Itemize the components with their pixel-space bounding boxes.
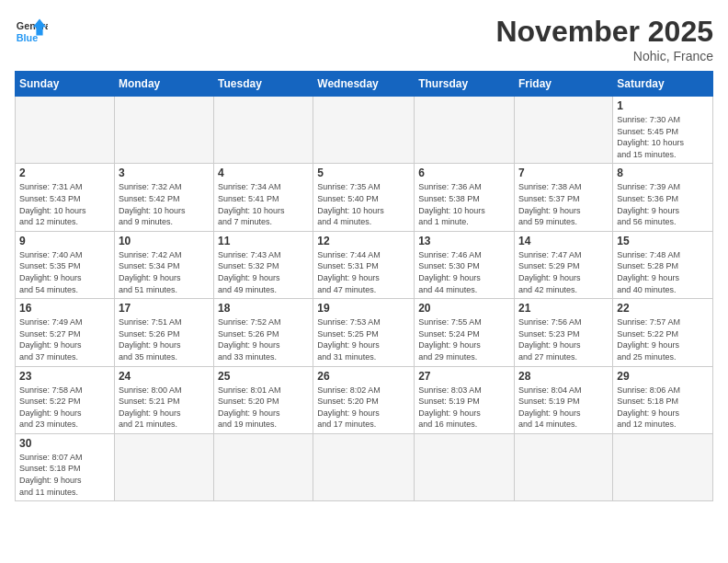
day-number: 7	[518, 167, 609, 179]
calendar-cell	[214, 97, 313, 164]
day-info: Sunrise: 7:42 AM Sunset: 5:34 PM Dayligh…	[119, 249, 210, 295]
calendar-cell: 5Sunrise: 7:35 AM Sunset: 5:40 PM Daylig…	[313, 164, 415, 231]
day-number: 4	[218, 167, 309, 179]
day-info: Sunrise: 7:38 AM Sunset: 5:37 PM Dayligh…	[518, 181, 609, 227]
calendar-cell: 1Sunrise: 7:30 AM Sunset: 5:45 PM Daylig…	[613, 97, 713, 164]
calendar-cell: 11Sunrise: 7:43 AM Sunset: 5:32 PM Dayli…	[214, 231, 313, 298]
day-info: Sunrise: 8:06 AM Sunset: 5:18 PM Dayligh…	[617, 385, 709, 431]
day-info: Sunrise: 8:02 AM Sunset: 5:20 PM Dayligh…	[317, 385, 410, 431]
calendar-cell: 23Sunrise: 7:58 AM Sunset: 5:22 PM Dayli…	[16, 366, 115, 433]
calendar-cell: 28Sunrise: 8:04 AM Sunset: 5:19 PM Dayli…	[515, 366, 613, 433]
day-info: Sunrise: 7:53 AM Sunset: 5:25 PM Dayligh…	[317, 316, 410, 362]
calendar-cell: 13Sunrise: 7:46 AM Sunset: 5:30 PM Dayli…	[415, 231, 515, 298]
day-number: 6	[418, 167, 510, 179]
calendar-cell: 21Sunrise: 7:56 AM Sunset: 5:23 PM Dayli…	[515, 299, 613, 366]
calendar-cell	[16, 97, 115, 164]
calendar-cell	[613, 433, 713, 500]
week-row-3: 9Sunrise: 7:40 AM Sunset: 5:35 PM Daylig…	[16, 231, 713, 298]
calendar-cell: 30Sunrise: 8:07 AM Sunset: 5:18 PM Dayli…	[16, 433, 115, 500]
day-number: 15	[617, 235, 709, 247]
day-number: 29	[617, 370, 709, 383]
calendar-cell: 26Sunrise: 8:02 AM Sunset: 5:20 PM Dayli…	[313, 366, 415, 433]
day-info: Sunrise: 8:04 AM Sunset: 5:19 PM Dayligh…	[518, 385, 609, 431]
day-info: Sunrise: 7:46 AM Sunset: 5:30 PM Dayligh…	[418, 249, 510, 295]
logo: General Blue	[15, 15, 48, 48]
day-number: 23	[19, 370, 110, 383]
day-number: 30	[19, 437, 110, 450]
day-number: 10	[119, 235, 210, 247]
calendar-cell	[313, 433, 415, 500]
logo-icon: General Blue	[15, 15, 48, 48]
day-info: Sunrise: 7:40 AM Sunset: 5:35 PM Dayligh…	[19, 249, 110, 295]
week-row-5: 23Sunrise: 7:58 AM Sunset: 5:22 PM Dayli…	[16, 366, 713, 433]
calendar-cell	[114, 97, 213, 164]
day-number: 3	[119, 167, 210, 179]
day-number: 21	[518, 302, 609, 315]
calendar-cell	[415, 433, 515, 500]
day-info: Sunrise: 7:58 AM Sunset: 5:22 PM Dayligh…	[19, 385, 110, 431]
day-number: 17	[119, 302, 210, 315]
calendar-cell: 15Sunrise: 7:48 AM Sunset: 5:28 PM Dayli…	[613, 231, 713, 298]
day-info: Sunrise: 8:00 AM Sunset: 5:21 PM Dayligh…	[119, 385, 210, 431]
day-info: Sunrise: 8:03 AM Sunset: 5:19 PM Dayligh…	[418, 385, 510, 431]
day-info: Sunrise: 7:34 AM Sunset: 5:41 PM Dayligh…	[218, 181, 309, 227]
day-info: Sunrise: 7:30 AM Sunset: 5:45 PM Dayligh…	[617, 114, 709, 160]
day-info: Sunrise: 7:47 AM Sunset: 5:29 PM Dayligh…	[518, 249, 609, 295]
calendar-cell: 18Sunrise: 7:52 AM Sunset: 5:26 PM Dayli…	[214, 299, 313, 366]
day-number: 27	[418, 370, 510, 383]
day-info: Sunrise: 8:07 AM Sunset: 5:18 PM Dayligh…	[19, 452, 110, 498]
calendar-cell: 20Sunrise: 7:55 AM Sunset: 5:24 PM Dayli…	[415, 299, 515, 366]
day-number: 13	[418, 235, 510, 247]
day-info: Sunrise: 7:49 AM Sunset: 5:27 PM Dayligh…	[19, 316, 110, 362]
day-number: 14	[518, 235, 609, 247]
day-info: Sunrise: 7:39 AM Sunset: 5:36 PM Dayligh…	[617, 181, 709, 227]
day-info: Sunrise: 7:31 AM Sunset: 5:43 PM Dayligh…	[19, 181, 110, 227]
calendar-cell: 3Sunrise: 7:32 AM Sunset: 5:42 PM Daylig…	[114, 164, 213, 231]
day-info: Sunrise: 7:56 AM Sunset: 5:23 PM Dayligh…	[518, 316, 609, 362]
day-number: 9	[19, 235, 110, 247]
day-number: 5	[317, 167, 410, 179]
day-info: Sunrise: 7:35 AM Sunset: 5:40 PM Dayligh…	[317, 181, 410, 227]
day-number: 11	[218, 235, 309, 247]
day-info: Sunrise: 7:44 AM Sunset: 5:31 PM Dayligh…	[317, 249, 410, 295]
day-info: Sunrise: 7:32 AM Sunset: 5:42 PM Dayligh…	[119, 181, 210, 227]
day-number: 28	[518, 370, 609, 383]
calendar-cell: 22Sunrise: 7:57 AM Sunset: 5:22 PM Dayli…	[613, 299, 713, 366]
calendar-cell: 2Sunrise: 7:31 AM Sunset: 5:43 PM Daylig…	[16, 164, 115, 231]
svg-text:Blue: Blue	[17, 32, 38, 43]
day-header-friday: Friday	[515, 72, 613, 97]
day-number: 24	[119, 370, 210, 383]
calendar-cell: 19Sunrise: 7:53 AM Sunset: 5:25 PM Dayli…	[313, 299, 415, 366]
calendar-cell: 6Sunrise: 7:36 AM Sunset: 5:38 PM Daylig…	[415, 164, 515, 231]
calendar-cell: 10Sunrise: 7:42 AM Sunset: 5:34 PM Dayli…	[114, 231, 213, 298]
day-header-saturday: Saturday	[613, 72, 713, 97]
day-info: Sunrise: 7:52 AM Sunset: 5:26 PM Dayligh…	[218, 316, 309, 362]
month-title: November 2025	[495, 15, 713, 49]
day-number: 12	[317, 235, 410, 247]
calendar-cell	[114, 433, 213, 500]
week-row-2: 2Sunrise: 7:31 AM Sunset: 5:43 PM Daylig…	[16, 164, 713, 231]
day-info: Sunrise: 7:55 AM Sunset: 5:24 PM Dayligh…	[418, 316, 510, 362]
day-number: 1	[617, 99, 709, 112]
day-info: Sunrise: 7:48 AM Sunset: 5:28 PM Dayligh…	[617, 249, 709, 295]
calendar-cell: 16Sunrise: 7:49 AM Sunset: 5:27 PM Dayli…	[16, 299, 115, 366]
calendar-cell	[415, 97, 515, 164]
location: Nohic, France	[495, 49, 713, 63]
calendar-cell: 27Sunrise: 8:03 AM Sunset: 5:19 PM Dayli…	[415, 366, 515, 433]
calendar-cell: 17Sunrise: 7:51 AM Sunset: 5:26 PM Dayli…	[114, 299, 213, 366]
calendar-cell: 9Sunrise: 7:40 AM Sunset: 5:35 PM Daylig…	[16, 231, 115, 298]
day-header-wednesday: Wednesday	[313, 72, 415, 97]
calendar-cell: 12Sunrise: 7:44 AM Sunset: 5:31 PM Dayli…	[313, 231, 415, 298]
day-number: 26	[317, 370, 410, 383]
calendar-cell: 4Sunrise: 7:34 AM Sunset: 5:41 PM Daylig…	[214, 164, 313, 231]
day-number: 8	[617, 167, 709, 179]
day-header-tuesday: Tuesday	[214, 72, 313, 97]
days-header-row: SundayMondayTuesdayWednesdayThursdayFrid…	[16, 72, 713, 97]
day-info: Sunrise: 7:43 AM Sunset: 5:32 PM Dayligh…	[218, 249, 309, 295]
calendar-cell	[313, 97, 415, 164]
day-info: Sunrise: 7:57 AM Sunset: 5:22 PM Dayligh…	[617, 316, 709, 362]
calendar-cell	[214, 433, 313, 500]
calendar: SundayMondayTuesdayWednesdayThursdayFrid…	[15, 71, 713, 501]
calendar-cell: 8Sunrise: 7:39 AM Sunset: 5:36 PM Daylig…	[613, 164, 713, 231]
week-row-4: 16Sunrise: 7:49 AM Sunset: 5:27 PM Dayli…	[16, 299, 713, 366]
